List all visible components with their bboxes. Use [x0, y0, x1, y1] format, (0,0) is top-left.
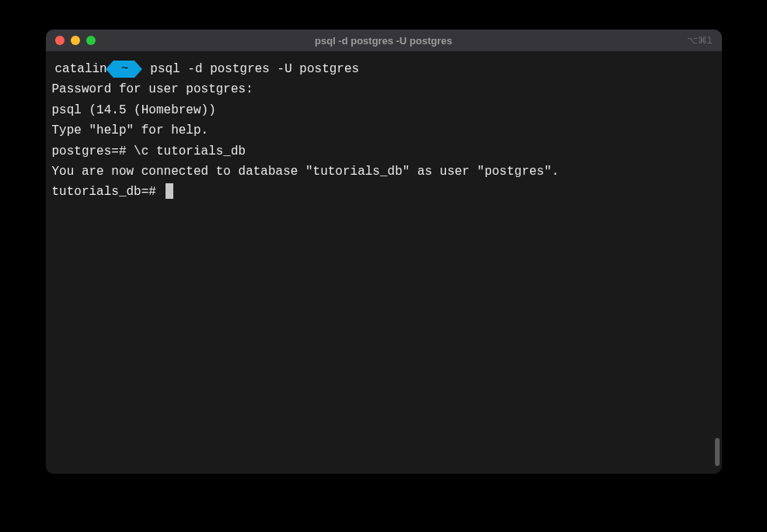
output-line: You are now connected to database "tutor…	[52, 162, 716, 182]
close-button[interactable]	[55, 36, 64, 45]
prompt-dir: ~	[121, 59, 129, 79]
terminal-body[interactable]: catalin ~ psql -d postgres -U postgres P…	[46, 51, 722, 474]
title-bar[interactable]: psql -d postgres -U postgres ⌥⌘1	[46, 30, 722, 51]
cursor-icon	[166, 183, 173, 199]
zoom-button[interactable]	[86, 36, 96, 45]
output-line: Type "help" for help.	[52, 120, 716, 141]
window-shortcut: ⌥⌘1	[687, 35, 713, 46]
psql-prompt-line: postgres=# \c tutorials_db	[52, 141, 716, 162]
traffic-lights	[55, 36, 96, 45]
output-line: psql (14.5 (Homebrew))	[52, 100, 716, 120]
prompt-directory-segment: ~	[113, 61, 135, 78]
prompt-command: psql -d postgres -U postgres	[150, 59, 359, 79]
window-title: psql -d postgres -U postgres	[315, 35, 452, 47]
output-line: Password for user postgres:	[52, 79, 716, 99]
terminal-window: psql -d postgres -U postgres ⌥⌘1 catalin…	[46, 30, 722, 474]
scrollbar-thumb[interactable]	[715, 438, 720, 466]
psql-prompt-line: tutorials_db=#	[52, 182, 716, 202]
shell-prompt-line: catalin ~ psql -d postgres -U postgres	[52, 59, 716, 79]
prompt-user: catalin	[52, 59, 107, 79]
minimize-button[interactable]	[71, 36, 80, 45]
psql-prompt-text: tutorials_db=#	[52, 185, 164, 199]
